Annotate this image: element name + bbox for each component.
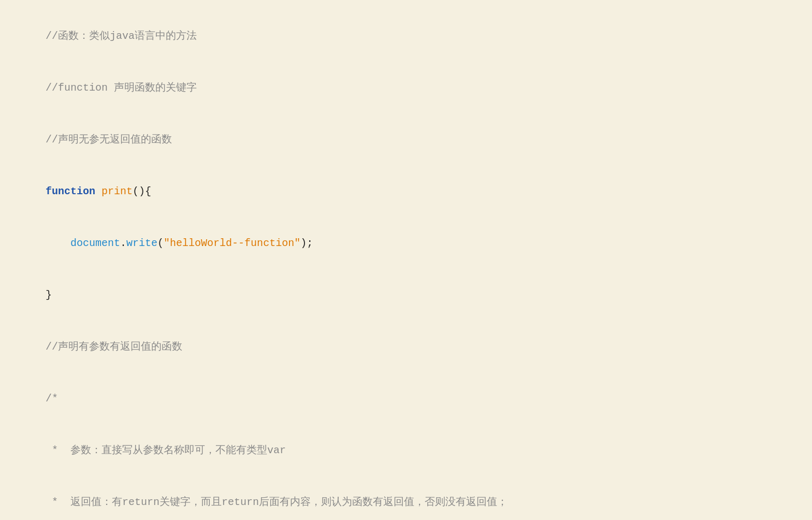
method-document: document bbox=[70, 237, 120, 249]
code-line-3: //声明无参无返回值的函数 bbox=[21, 114, 791, 166]
comment-text: * 返回值：有return关键字，而且return后面有内容，则认为函数有返回值… bbox=[46, 496, 508, 508]
comment-text: * 参数：直接写从参数名称即可，不能有类型var bbox=[46, 444, 286, 456]
code-line-6: } bbox=[21, 269, 791, 321]
code-container: //函数：类似java语言中的方法 //function 声明函数的关键字 //… bbox=[0, 0, 812, 520]
keyword-function: function bbox=[46, 185, 102, 197]
paren: ( bbox=[157, 237, 164, 249]
dot: . bbox=[120, 237, 126, 249]
string-value: "helloWorld--function" bbox=[164, 237, 300, 249]
code-line-10: * 返回值：有return关键字，而且return后面有内容，则认为函数有返回值… bbox=[21, 476, 791, 520]
plain-text: (){ bbox=[133, 185, 151, 197]
code-line-4: function print(){ bbox=[21, 166, 791, 218]
indent bbox=[46, 237, 70, 249]
method-write: write bbox=[126, 237, 157, 249]
comment-text: //声明无参无返回值的函数 bbox=[46, 134, 172, 146]
brace-close: } bbox=[46, 289, 52, 301]
code-line-5: document.write("helloWorld--function"); bbox=[21, 218, 791, 269]
comment-text: //函数：类似java语言中的方法 bbox=[46, 30, 197, 42]
code-line-2: //function 声明函数的关键字 bbox=[21, 62, 791, 114]
code-line-9: * 参数：直接写从参数名称即可，不能有类型var bbox=[21, 425, 791, 476]
comment-text: /* bbox=[46, 393, 58, 405]
func-name-print: print bbox=[102, 185, 133, 197]
code-line-7: //声明有参数有返回值的函数 bbox=[21, 321, 791, 373]
end: ); bbox=[300, 237, 313, 249]
code-line-1: //函数：类似java语言中的方法 bbox=[21, 10, 791, 62]
code-line-8: /* bbox=[21, 373, 791, 425]
comment-text: //声明有参数有返回值的函数 bbox=[46, 341, 182, 353]
comment-text: //function 声明函数的关键字 bbox=[46, 82, 197, 94]
